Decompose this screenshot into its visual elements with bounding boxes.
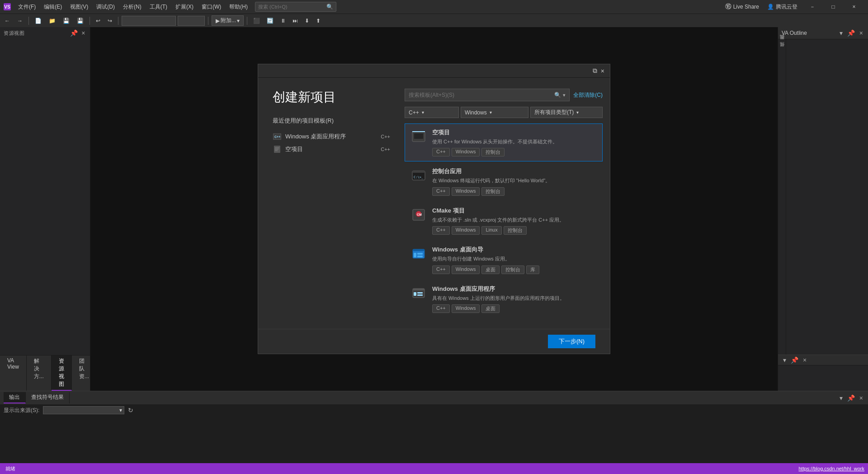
profile-label: 腾讯云登 — [776, 3, 797, 11]
toolbar-save[interactable]: 💾 — [60, 17, 72, 25]
template-item-3-tags: C++ Windows 桌面 控制台 库 — [432, 265, 597, 274]
output-pin-button[interactable]: 📌 — [846, 394, 856, 402]
template-item-2[interactable]: CM CMake 项目 生成不依赖于 .sln 或 .vcxproj 文件的新式… — [405, 202, 603, 240]
restore-button[interactable]: □ — [823, 0, 844, 14]
template-item-0[interactable]: 空项目 使用 C++ for Windows 从头开始操作。不提供基础文件。 C… — [405, 123, 603, 161]
attach-button[interactable]: ▶ 附加... ▾ — [212, 15, 244, 26]
live-share-icon: ⑯ — [725, 3, 731, 11]
next-button[interactable]: 下一步(N) — [548, 335, 595, 348]
output-tab-find[interactable]: 查找符号结果 — [26, 392, 70, 403]
svg-rect-25 — [417, 294, 423, 296]
toolbar-step-in[interactable]: ⬇ — [302, 17, 312, 25]
menu-window[interactable]: 窗口(W) — [198, 2, 225, 12]
menu-analyze[interactable]: 分析(N) — [119, 2, 145, 12]
sidebar-close-button[interactable]: × — [80, 29, 86, 37]
toolbar-break[interactable]: ⏸ — [278, 17, 288, 25]
status-bar: 就绪 https://blog.csdn.net/hhl_work — [0, 463, 868, 474]
template-item-2-icon: CM — [410, 207, 427, 223]
toolbar-stop[interactable]: ⬛ — [250, 17, 263, 25]
template-item-0-desc: 使用 C++ for Windows 从头开始操作。不提供基础文件。 — [432, 138, 597, 145]
close-button[interactable]: × — [844, 0, 864, 14]
attach-label: 附加... — [221, 17, 236, 24]
menu-tools[interactable]: 工具(T) — [146, 2, 171, 12]
template-item-0-info: 空项目 使用 C++ for Windows 从头开始操作。不提供基础文件。 C… — [432, 128, 597, 156]
toolbar-undo[interactable]: ↩ — [93, 17, 103, 25]
output-close-button[interactable]: × — [858, 394, 864, 402]
template-item-1[interactable]: C:\>_ 控制台应用 在 Windows 终端运行代码，默认打印 "Hello… — [405, 162, 603, 200]
menu-help[interactable]: 帮助(H) — [226, 2, 251, 12]
right-bottom-pin-button[interactable]: 📌 — [789, 356, 800, 364]
tab-resource-view[interactable]: 资源视图 — [52, 356, 72, 391]
menu-edit[interactable]: 编辑(E) — [40, 2, 66, 12]
template-item-0-tags: C++ Windows 控制台 — [432, 148, 597, 156]
debug-toolbar: ⬛ 🔄 ⏸ ⏭ ⬇ ⬆ — [250, 17, 323, 25]
global-search-input[interactable] — [258, 4, 326, 9]
tab-solution[interactable]: 解决方... — [27, 356, 52, 391]
toolbar-save-all[interactable]: 💾 — [74, 17, 86, 25]
va-outline-header: VA Outline ▾ 📌 × — [778, 27, 868, 39]
svg-text:C++: C++ — [274, 135, 280, 138]
filter-type[interactable]: 所有项目类型(T) ▾ — [530, 107, 603, 118]
menu-debug[interactable]: 调试(D) — [93, 2, 118, 12]
va-outline-pin-button[interactable]: 📌 — [846, 29, 856, 37]
recent-item-1[interactable]: 空项目 C++ — [273, 143, 390, 156]
toolbar-step-over[interactable]: ⏭ — [290, 17, 301, 25]
output-tab-output[interactable]: 输出 — [4, 392, 26, 403]
output-refresh-button[interactable]: ↻ — [128, 407, 133, 414]
svg-rect-23 — [414, 292, 416, 296]
template-search-input[interactable] — [409, 92, 554, 98]
output-dropdown-button[interactable]: ▾ — [838, 394, 844, 402]
sidebar-content — [0, 39, 90, 355]
platform-selector[interactable] — [178, 16, 205, 26]
output-source-select[interactable]: ▾ — [43, 406, 124, 414]
va-side-tab-1[interactable]: 类视图 — [778, 39, 786, 47]
output-panel-controls: ▾ 📌 × — [838, 394, 864, 402]
right-bottom-close-button[interactable]: × — [802, 356, 808, 364]
output-panel: 输出 查找符号结果 ▾ 📌 × 显示出来源(S): ▾ ↻ — [0, 391, 868, 445]
status-url[interactable]: https://blog.csdn.net/hhl_work — [798, 466, 864, 471]
recent-item-0[interactable]: C++ Windows 桌面应用程序 C++ — [273, 130, 390, 143]
menu-extensions[interactable]: 扩展(X) — [172, 2, 197, 12]
right-bottom-dropdown-button[interactable]: ▾ — [782, 356, 788, 364]
minimize-button[interactable]: － — [802, 0, 823, 14]
right-sidebar: VA Outline ▾ 📌 × 类视图 属性 ▾ 📌 × — [778, 27, 868, 391]
svg-rect-20 — [417, 256, 423, 257]
toolbar-open[interactable]: 📁 — [46, 17, 58, 25]
template-item-3[interactable]: Windows 桌面向导 使用向导自行创建 Windows 应用。 C++ Wi… — [405, 241, 603, 279]
dialog-close-button[interactable]: × — [599, 66, 606, 76]
template-item-4[interactable]: Windows 桌面应用程序 具有在 Windows 上运行的图形用户界面的应用… — [405, 280, 603, 318]
toolbar-redo[interactable]: ↪ — [105, 17, 115, 25]
clear-all-button[interactable]: 全部清除(C) — [573, 91, 603, 99]
toolbar-restart[interactable]: 🔄 — [264, 17, 276, 25]
toolbar-new[interactable]: 📄 — [32, 17, 44, 25]
va-outline-close-button[interactable]: × — [858, 29, 864, 37]
template-item-2-desc: 生成不依赖于 .sln 或 .vcxproj 文件的新式跨平台 C++ 应用。 — [432, 217, 597, 223]
profile-button[interactable]: 👤 腾讯云登 — [767, 3, 797, 11]
output-source-arrow: ▾ — [119, 407, 122, 413]
output-panel-header: 输出 查找符号结果 ▾ 📌 × — [0, 391, 868, 404]
template-item-1-desc: 在 Windows 终端运行代码，默认打印 "Hello World"。 — [432, 177, 597, 184]
filter-type-arrow: ▾ — [576, 110, 579, 115]
live-share-button[interactable]: ⑯ Live Share — [722, 2, 763, 12]
filter-language[interactable]: C++ ▾ — [405, 107, 459, 118]
config-selector[interactable] — [122, 16, 176, 26]
sidebar-pin-button[interactable]: 📌 — [69, 29, 79, 37]
toolbar-back[interactable]: ← — [2, 17, 13, 25]
va-outline-dropdown-button[interactable]: ▾ — [838, 29, 844, 37]
global-search[interactable]: 🔍 — [255, 2, 336, 12]
filter-dropdowns: C++ ▾ Windows ▾ 所有项目类型(T) ▾ — [405, 107, 603, 118]
svg-rect-8 — [414, 133, 423, 139]
dialog-restore-button[interactable]: ⧉ — [591, 66, 599, 76]
menu-file[interactable]: 文件(F) — [14, 2, 39, 12]
template-search[interactable]: 🔍 ▾ — [405, 89, 570, 101]
dialog-footer: 下一步(N) — [258, 329, 610, 354]
output-source-row: 显示出来源(S): ▾ ↻ — [4, 406, 864, 414]
toolbar-forward[interactable]: → — [14, 17, 25, 25]
toolbar-step-out[interactable]: ⬆ — [313, 17, 323, 25]
title-bar-left: VS 文件(F) 编辑(E) 视图(V) 调试(D) 分析(N) 工具(T) 扩… — [4, 2, 336, 12]
filter-platform[interactable]: Windows ▾ — [461, 107, 528, 118]
tab-va-view[interactable]: VA View — [0, 356, 27, 391]
tag-lib-3: 库 — [526, 265, 539, 274]
va-side-tab-2[interactable]: 属性 — [778, 47, 786, 54]
menu-view[interactable]: 视图(V) — [66, 2, 92, 12]
